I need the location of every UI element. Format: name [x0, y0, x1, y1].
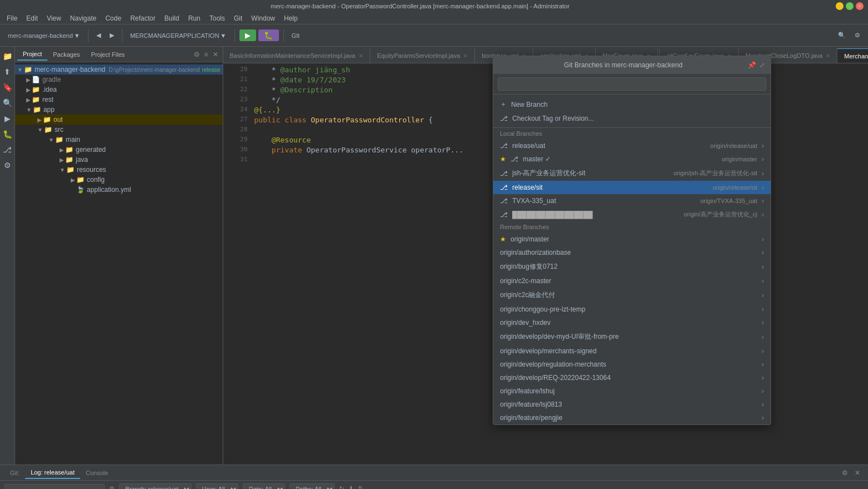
settings-btn[interactable]: ⚙: [851, 28, 864, 43]
back-button[interactable]: ◀: [93, 28, 104, 43]
local-branches-label: Local Branches: [493, 128, 771, 139]
project-settings-icon[interactable]: ⚙: [192, 51, 202, 58]
tree-application-yml[interactable]: 🍃 application.yml: [15, 185, 223, 195]
remote-branch-authorizationbase[interactable]: origin/authorizationbase ›: [493, 246, 771, 259]
sidebar-find-icon[interactable]: 🔍: [0, 96, 14, 110]
tree-resources[interactable]: ▼ 📁 resources: [15, 165, 223, 175]
git-filter-icon[interactable]: ⚙: [109, 485, 115, 489]
close-button[interactable]: ✕: [856, 2, 864, 10]
tab-git-bottom[interactable]: Git:: [4, 467, 25, 478]
menu-git[interactable]: Git: [229, 13, 247, 23]
git-refresh-icon[interactable]: ↻: [339, 485, 344, 489]
remote-branch-feature-lsj0813[interactable]: origin/feature/lsj0813 ›: [493, 398, 771, 411]
tree-app-main[interactable]: ▼ 📁 main: [15, 135, 223, 145]
remote-branch-c2c-master[interactable]: origin/c2c-master ›: [493, 274, 771, 288]
git-fetch-icon[interactable]: ⬇: [349, 485, 354, 489]
remote-branch-chonggou[interactable]: origin/chonggou-pre-lzt-temp ›: [493, 303, 771, 316]
menu-view[interactable]: View: [42, 13, 66, 23]
menu-navigate[interactable]: Navigate: [66, 13, 101, 23]
tab-project-files[interactable]: Project Files: [86, 49, 131, 60]
remote-branch-develop-myd[interactable]: origin/develop/dev-myd-UI审批-from-pre ›: [493, 329, 771, 344]
sidebar-debug-icon[interactable]: 🐛: [0, 127, 14, 141]
popup-search-area: [493, 74, 771, 95]
sidebar-run-icon[interactable]: ▶: [0, 111, 14, 126]
popup-search-input[interactable]: [498, 77, 766, 91]
remote-name-develop-myd: origin/develop/dev-myd-UI审批-from-pre: [500, 332, 757, 342]
forward-button[interactable]: ▶: [106, 28, 117, 43]
run-button[interactable]: ▶: [239, 29, 256, 41]
tab-equity-params[interactable]: EquityParamsServiceImpl.java ✕: [370, 48, 475, 63]
remote-branch-c2c-pay[interactable]: origin/c2c融金代付 ›: [493, 288, 771, 303]
sidebar-settings-icon[interactable]: ⚙: [0, 158, 14, 172]
git-expand-icon[interactable]: ⇅: [358, 485, 363, 489]
local-branch-gaochan[interactable]: ⎇ █████████████████ origin/高产业务运营优化_cj ›: [493, 208, 771, 221]
project-collapse-icon[interactable]: ≡: [202, 51, 210, 58]
tree-rest[interactable]: ▶ 📁 rest: [15, 95, 223, 105]
popup-expand-btn[interactable]: ⤢: [759, 61, 765, 69]
tab-console[interactable]: Console: [80, 467, 114, 478]
tree-app-src[interactable]: ▼ 📁 src: [15, 125, 223, 135]
minimize-button[interactable]: ─: [836, 2, 844, 10]
tree-idea[interactable]: ▶ 📁 .idea: [15, 85, 223, 95]
search-everywhere-btn[interactable]: 🔍: [835, 28, 849, 43]
tree-java[interactable]: ▶ 📁 java: [15, 155, 223, 165]
project-close-icon[interactable]: ✕: [210, 51, 220, 58]
git-paths-filter[interactable]: Paths: All: [290, 483, 335, 490]
left-sidebar: 📁 ⬆ 🔖 🔍 ▶ 🐛 ⎇ ⚙: [0, 47, 15, 465]
tab-basic-info[interactable]: BasicInformationMaintenanceServiceImpl.j…: [223, 48, 371, 63]
sidebar-project-icon[interactable]: 📁: [0, 49, 14, 63]
local-branch-tvxa[interactable]: ⎇ TVXA-335_uat origin/TVXA-335_uat ›: [493, 194, 771, 208]
remote-branch-develop-req[interactable]: origin/develop/REQ-20220422-13064 ›: [493, 371, 771, 384]
remote-branch-bug0712[interactable]: origin/bug修复0712 ›: [493, 259, 771, 274]
branch-name-gaochan: █████████████████: [512, 211, 679, 219]
local-branch-jsh[interactable]: ⎇ jsh-高产业务运营优化-sit origin/jsh-高产业务运营优化-s…: [493, 166, 771, 181]
tab-packages[interactable]: Packages: [47, 49, 85, 60]
debug-button[interactable]: 🐛: [258, 29, 279, 41]
tab-log[interactable]: Log: release/uat: [25, 467, 80, 479]
checkout-tag-action[interactable]: ⎇ Checkout Tag or Revision...: [493, 112, 771, 125]
project-dropdown[interactable]: merc-manager-backend ▼: [4, 28, 84, 43]
app-name-btn[interactable]: MERCMANAGERAPPLICATION ▼: [127, 28, 230, 43]
local-branch-release-uat[interactable]: ⎇ release/uat origin/release/uat ›: [493, 139, 771, 152]
tab-project[interactable]: Project: [17, 48, 47, 61]
tree-generated[interactable]: ▶ 📁 generated: [15, 145, 223, 155]
local-branch-master[interactable]: ★ ⎇ master ✓ origin/master ›: [493, 152, 771, 166]
menu-refactor[interactable]: Refactor: [126, 13, 160, 23]
new-branch-action[interactable]: ＋ New Branch: [493, 97, 771, 112]
maximize-button[interactable]: □: [846, 2, 854, 10]
menu-file[interactable]: File: [2, 13, 22, 23]
git-user-filter[interactable]: User: All: [196, 483, 238, 490]
menu-edit[interactable]: Edit: [22, 13, 42, 23]
tree-app-out[interactable]: ▶ 📁 out: [15, 115, 223, 125]
git-search-input[interactable]: [4, 484, 105, 490]
tab-merchantcenter[interactable]: MerchantCenterInformatio... ✕: [837, 48, 868, 63]
tab-close-equity[interactable]: ✕: [463, 53, 468, 59]
remote-branch-develop-regulation[interactable]: origin/develop/regulation-merchants ›: [493, 358, 771, 371]
tree-app[interactable]: ▼ 📁 app: [15, 105, 223, 115]
menu-run[interactable]: Run: [184, 13, 205, 23]
remote-branch-feature-pengjie[interactable]: origin/feature/pengjie ›: [493, 411, 771, 424]
menu-tools[interactable]: Tools: [205, 13, 229, 23]
menu-help[interactable]: Help: [279, 13, 302, 23]
remote-branch-feature-lshuj[interactable]: origin/feature/lshuj ›: [493, 384, 771, 398]
popup-pin-btn[interactable]: 📌: [748, 61, 756, 69]
git-branch-filter[interactable]: Branch: release/uat: [119, 483, 192, 490]
remote-branch-develop-merchants[interactable]: origin/develop/merchants-signed ›: [493, 344, 771, 358]
local-branch-release-sit[interactable]: ⎇ release/sit origin/release/sit ›: [493, 181, 771, 194]
remote-branch-dev-hxdev[interactable]: origin/dev_hxdev ›: [493, 316, 771, 329]
bottom-close-icon[interactable]: ✕: [851, 469, 864, 477]
git-date-filter[interactable]: Date: All: [243, 483, 285, 490]
tree-root[interactable]: ▼ 📁 merc-manager-backend D:\gProjects\me…: [15, 65, 223, 75]
menu-build[interactable]: Build: [160, 13, 184, 23]
remote-branch-origin-master[interactable]: ★ origin/master ›: [493, 233, 771, 246]
sidebar-bookmark-icon[interactable]: 🔖: [0, 80, 14, 95]
sidebar-git-icon[interactable]: ⎇: [0, 142, 14, 157]
tree-gradle[interactable]: ▶ 📄 gradle: [15, 75, 223, 85]
git-label-btn[interactable]: GIt: [288, 28, 303, 43]
tab-close-basic[interactable]: ✕: [359, 53, 363, 59]
menu-code[interactable]: Code: [101, 13, 126, 23]
tree-config[interactable]: ▶ 📁 config: [15, 175, 223, 185]
menu-window[interactable]: Window: [247, 13, 279, 23]
bottom-settings-icon[interactable]: ⚙: [838, 469, 851, 477]
sidebar-commit-icon[interactable]: ⬆: [0, 65, 14, 79]
